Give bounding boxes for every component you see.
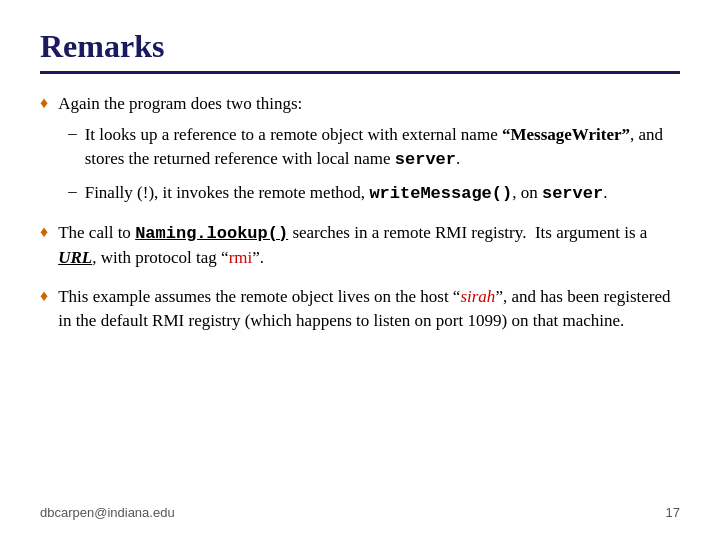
slide-content: ♦ Again the program does two things: – I… [40, 92, 680, 495]
bullet-1-body: Again the program does two things: – It … [58, 92, 680, 207]
footer-page: 17 [666, 505, 680, 520]
slide: Remarks ♦ Again the program does two thi… [0, 0, 720, 540]
slide-title: Remarks [40, 28, 680, 65]
bullet-1-text: Again the program does two things: [58, 94, 302, 113]
sub-text-2: Finally (!), it invokes the remote metho… [85, 181, 608, 207]
write-message-code: writeMessage() [369, 184, 512, 203]
sub-bullet-1: – It looks up a reference to a remote ob… [68, 123, 680, 173]
sirah-text: sirah [460, 287, 495, 306]
sub-text-1: It looks up a reference to a remote obje… [85, 123, 680, 173]
server-code-2: server [542, 184, 603, 203]
slide-footer: dbcarpen@indiana.edu 17 [40, 495, 680, 520]
bullet-3-text: This example assumes the remote object l… [58, 285, 680, 334]
bullet-item-3: ♦ This example assumes the remote object… [40, 285, 680, 334]
naming-lookup-code: Naming.lookup() [135, 224, 288, 243]
bullet-item-1: ♦ Again the program does two things: – I… [40, 92, 680, 207]
bullet-item-2: ♦ The call to Naming.lookup() searches i… [40, 221, 680, 271]
title-divider [40, 71, 680, 74]
bullet-diamond-1: ♦ [40, 94, 48, 112]
url-text: URL [58, 248, 92, 267]
footer-email: dbcarpen@indiana.edu [40, 505, 175, 520]
bullet-diamond-2: ♦ [40, 223, 48, 241]
message-writer-text: “MessageWriter” [502, 125, 630, 144]
sub-bullet-2: – Finally (!), it invokes the remote met… [68, 181, 680, 207]
sub-dash-2: – [68, 181, 77, 201]
bullet-2-text: The call to Naming.lookup() searches in … [58, 221, 680, 271]
bullet-diamond-3: ♦ [40, 287, 48, 305]
server-code-1: server [395, 150, 456, 169]
sub-bullets-1: – It looks up a reference to a remote ob… [68, 123, 680, 207]
rmi-text: rmi [229, 248, 253, 267]
sub-dash-1: – [68, 123, 77, 143]
